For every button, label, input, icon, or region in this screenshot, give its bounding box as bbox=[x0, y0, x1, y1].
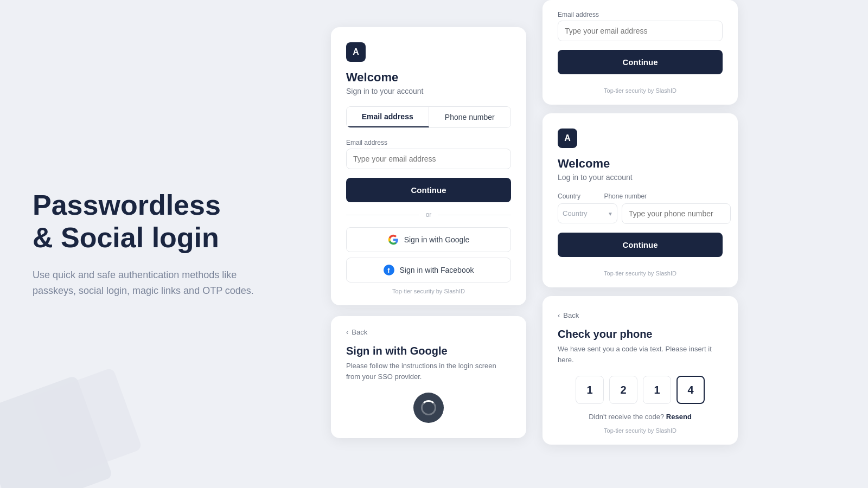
right-email-field-group: Email address bbox=[558, 11, 723, 41]
otp-box-3[interactable]: 1 bbox=[643, 376, 671, 404]
main-content: A Welcome Sign in to your account Email … bbox=[315, 0, 868, 488]
email-label: Email address bbox=[346, 139, 511, 146]
resend-button[interactable]: Resend bbox=[666, 413, 692, 421]
hero-section: Passwordless & Social login Use quick an… bbox=[0, 0, 315, 488]
resend-row: Didn't receive the code? Resend bbox=[558, 413, 723, 421]
center-column: A Welcome Sign in to your account Email … bbox=[331, 11, 526, 438]
right-card-subtitle: Log in to your account bbox=[558, 173, 723, 182]
divider: or bbox=[346, 211, 511, 219]
auth-tabs: Email address Phone number bbox=[346, 106, 511, 128]
otp-card: ‹ Back Check your phone We have sent you… bbox=[542, 296, 738, 445]
hero-subtitle: Use quick and safe authentication method… bbox=[33, 267, 260, 299]
google-signin-button[interactable]: Sign in with Google bbox=[346, 227, 511, 252]
phone-login-card: A Welcome Log in to your account Country… bbox=[542, 113, 738, 287]
phone-input[interactable] bbox=[622, 203, 731, 224]
otp-inputs: 1 2 1 4 bbox=[558, 376, 723, 404]
sso-desc: Please follow the instructions in the lo… bbox=[346, 361, 511, 382]
otp-desc: We have sent you a code via text. Please… bbox=[558, 344, 723, 365]
decorative-shapes bbox=[0, 336, 195, 488]
right-email-input[interactable] bbox=[558, 21, 723, 41]
google-signin-label: Sign in with Google bbox=[404, 235, 470, 244]
otp-back-link[interactable]: ‹ Back bbox=[558, 311, 723, 319]
back-link[interactable]: ‹ Back bbox=[346, 328, 511, 336]
country-wrapper: Country ▼ bbox=[558, 203, 617, 224]
right-continue-button-1[interactable]: Continue bbox=[558, 50, 723, 74]
right-column: Email address Continue Top-tier security… bbox=[542, 0, 738, 445]
sso-card: ‹ Back Sign in with Google Please follow… bbox=[331, 316, 526, 438]
divider-line-right bbox=[438, 215, 511, 215]
phone-field-label: Country Phone number bbox=[558, 192, 723, 200]
right-app-icon: A bbox=[558, 129, 577, 148]
right-partial-footer: Top-tier security by SlashID bbox=[558, 87, 723, 94]
right-continue-button-2[interactable]: Continue bbox=[558, 233, 723, 257]
otp-back-chevron-icon: ‹ bbox=[558, 311, 560, 319]
back-label: Back bbox=[352, 328, 367, 336]
facebook-signin-button[interactable]: f Sign in with Facebook bbox=[346, 258, 511, 282]
sso-title: Sign in with Google bbox=[346, 345, 511, 357]
tab-phone[interactable]: Phone number bbox=[429, 107, 511, 127]
right-card-title: Welcome bbox=[558, 157, 723, 171]
otp-box-1[interactable]: 1 bbox=[576, 376, 604, 404]
email-only-card: Email address Continue Top-tier security… bbox=[542, 0, 738, 105]
facebook-signin-label: Sign in with Facebook bbox=[400, 266, 474, 274]
phone-label: Phone number bbox=[604, 192, 647, 200]
back-chevron-icon: ‹ bbox=[346, 328, 348, 336]
card1-footer: Top-tier security by SlashID bbox=[346, 288, 511, 294]
email-input[interactable] bbox=[346, 149, 511, 169]
spinner-inner bbox=[421, 400, 436, 415]
otp-back-label: Back bbox=[563, 311, 579, 319]
google-icon bbox=[388, 234, 399, 245]
resend-text: Didn't receive the code? bbox=[589, 413, 664, 421]
divider-text: or bbox=[426, 211, 432, 219]
card-title: Welcome bbox=[346, 70, 511, 85]
country-select[interactable]: Country bbox=[558, 203, 617, 223]
card-subtitle: Sign in to your account bbox=[346, 87, 511, 95]
otp-box-4[interactable]: 4 bbox=[676, 376, 705, 404]
loading-spinner bbox=[413, 393, 444, 423]
facebook-icon: f bbox=[384, 265, 394, 275]
otp-title: Check your phone bbox=[558, 328, 723, 341]
otp-card-footer: Top-tier security by SlashID bbox=[558, 427, 723, 434]
continue-button[interactable]: Continue bbox=[346, 178, 511, 202]
phone-row: Country ▼ bbox=[558, 203, 723, 224]
hero-title: Passwordless & Social login bbox=[33, 189, 282, 254]
right-email-label: Email address bbox=[558, 11, 723, 18]
tab-email[interactable]: Email address bbox=[347, 107, 429, 127]
country-label: Country bbox=[558, 192, 580, 200]
right-card1-footer: Top-tier security by SlashID bbox=[558, 270, 723, 277]
app-icon: A bbox=[346, 42, 366, 62]
email-field-group: Email address bbox=[346, 139, 511, 169]
divider-line-left bbox=[346, 215, 419, 215]
login-card: A Welcome Sign in to your account Email … bbox=[331, 27, 526, 305]
otp-box-2[interactable]: 2 bbox=[609, 376, 637, 404]
